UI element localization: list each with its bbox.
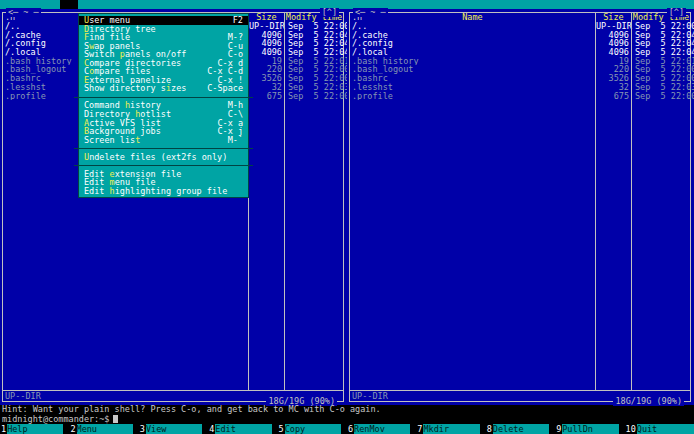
- function-key-label: Delete: [493, 424, 549, 434]
- menu-item-label: Edit extension file: [84, 170, 181, 179]
- menu-item-shortcut: F2: [233, 16, 243, 25]
- function-key-label: Mkdir: [423, 424, 479, 434]
- panel-resize-icon[interactable]: [^]: [320, 8, 339, 17]
- function-key-button[interactable]: 3 View: [139, 424, 208, 434]
- right-panel: .n Name Size Modify time /.. UP--DIR Sep…: [347, 9, 694, 405]
- file-mtime: Sep 5 22:00: [284, 92, 343, 101]
- menu-item-shortcut: M-h: [228, 101, 243, 110]
- file-name: /.cache: [350, 31, 595, 40]
- function-key-number: 9: [555, 424, 562, 434]
- menu-item-shortcut: C-Space: [207, 84, 243, 93]
- file-name: /.config: [350, 39, 595, 48]
- panel-path[interactable]: <─ ~ ─: [353, 8, 388, 17]
- menu-item-label: Screen list: [84, 136, 140, 145]
- function-key-button[interactable]: 1 Help: [0, 424, 69, 434]
- function-key-number: 8: [486, 424, 493, 434]
- function-key-button[interactable]: 5 Copy: [278, 424, 347, 434]
- menu-item-label: Command history: [84, 101, 161, 110]
- function-key-number: 1: [0, 424, 7, 434]
- function-key-number: 7: [416, 424, 423, 434]
- text-cursor: [113, 415, 118, 423]
- command-line[interactable]: midnight@commander:~$: [2, 414, 118, 424]
- function-key-button[interactable]: 8 Delete: [486, 424, 555, 434]
- function-key-label: RenMov: [354, 424, 410, 434]
- menubar-item[interactable]: [110, 0, 128, 9]
- command-dropdown-menu: User menu F2 Directory tree Find file M-…: [78, 13, 249, 198]
- file-name: /..: [350, 22, 595, 31]
- function-key-button[interactable]: 6 RenMov: [347, 424, 416, 434]
- function-key-number: 2: [69, 424, 76, 434]
- function-key-button[interactable]: 4 Edit: [208, 424, 277, 434]
- function-key-label: Help: [7, 424, 63, 434]
- mc-screen: .n Name Size Modify time /.. UP--DIR Sep…: [0, 0, 694, 434]
- function-key-number: 3: [139, 424, 146, 434]
- right-panel-frame: .n Name Size Modify time /.. UP--DIR Sep…: [349, 12, 691, 402]
- menu-item[interactable]: Show directory sizes C-Space: [79, 84, 248, 93]
- menubar-item[interactable]: [60, 0, 78, 9]
- menu-item-label: Undelete files (ext2fs only): [84, 153, 227, 162]
- panel-empty-area: [350, 100, 690, 390]
- function-key-label: Copy: [285, 424, 341, 434]
- file-size: 675: [595, 92, 631, 101]
- function-key-button[interactable]: 2 Menu: [69, 424, 138, 434]
- menu-item[interactable]: Edit extension file: [79, 170, 248, 179]
- file-mtime: Sep 5 22:00: [631, 92, 690, 101]
- shell-prompt: midnight@commander:~$: [2, 414, 109, 424]
- menu-item[interactable]: Screen list M-`: [79, 136, 248, 145]
- function-key-label: PullDn: [562, 424, 618, 434]
- file-name: .bash_history: [350, 57, 595, 66]
- file-row[interactable]: .profile 675 Sep 5 22:00: [350, 92, 690, 101]
- file-name: .profile: [350, 92, 595, 101]
- menu-item[interactable]: Undelete files (ext2fs only): [79, 153, 248, 162]
- function-key-button[interactable]: 9 PullDn: [555, 424, 624, 434]
- file-name: /.local: [350, 48, 595, 57]
- free-space-label: 18G/19G (90%): [613, 397, 684, 406]
- file-name: .bash_logout: [350, 65, 595, 74]
- file-size: 675: [248, 92, 284, 101]
- panel-resize-icon[interactable]: [^]: [667, 8, 686, 17]
- hint-line: Hint: Want your plain shell? Press C-o, …: [2, 405, 381, 414]
- file-list: /.. UP--DIR Sep 5 22:00 /.cache 4096 Sep…: [350, 22, 690, 100]
- menu-bar: [0, 0, 694, 9]
- function-key-button[interactable]: 7 Mkdir: [416, 424, 485, 434]
- file-name: .bashrc: [350, 74, 595, 83]
- function-key-label: Edit: [215, 424, 271, 434]
- panel-path[interactable]: <─ ~ ─: [6, 8, 41, 17]
- file-name: .lesshst: [350, 83, 595, 92]
- menu-item[interactable]: Command history M-h: [79, 101, 248, 110]
- function-key-number: 4: [208, 424, 215, 434]
- menu-item-label: Show directory sizes: [84, 84, 186, 93]
- function-key-bar: 1 Help 2 Menu 3 View 4 Edit 5 Copy 6 Ren…: [0, 424, 694, 434]
- function-key-label: View: [146, 424, 202, 434]
- menu-item-label: Edit highlighting group file: [84, 187, 227, 196]
- function-key-number: 10: [625, 424, 637, 434]
- function-key-label: Menu: [77, 424, 133, 434]
- function-key-label: Quit: [637, 424, 694, 434]
- menubar-item[interactable]: [85, 0, 103, 9]
- function-key-number: 5: [278, 424, 285, 434]
- menu-item[interactable]: Edit highlighting group file: [79, 187, 248, 196]
- function-key-number: 6: [347, 424, 354, 434]
- function-key-button[interactable]: 10 Quit: [625, 424, 694, 434]
- menu-item-shortcut: M-`: [228, 136, 243, 145]
